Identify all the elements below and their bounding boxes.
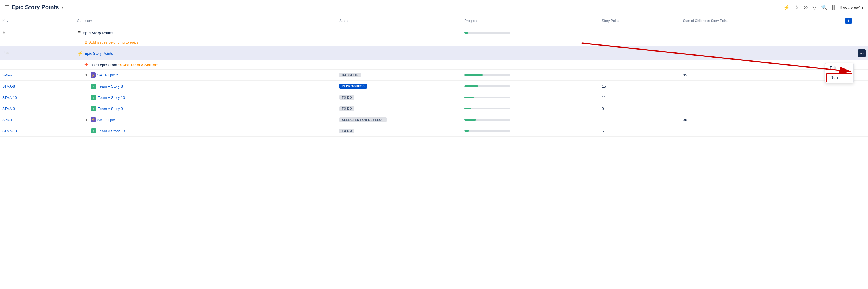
table-row: ✚ Insert epics from "SAFe Team A Scrum" — [0, 60, 868, 70]
team-a-story-8-link[interactable]: Team A Story 8 — [98, 84, 123, 89]
key-cell: STMA-9 — [0, 103, 75, 114]
status-cell — [337, 60, 462, 70]
sp-cell — [599, 70, 681, 81]
add-issues-container: ⊕ Add issues belonging to epics — [78, 40, 335, 44]
drag-icon: ⠿ — [2, 51, 5, 56]
team-a-story-13-link[interactable]: Team A Story 13 — [98, 129, 125, 133]
view-label[interactable]: Basic view* ▾ — [840, 5, 863, 10]
status-badge-selected: SELECTED FOR DEVELO... — [339, 118, 387, 122]
progress-bar-fill — [464, 97, 473, 98]
search-icon[interactable]: 🔍 — [821, 4, 827, 10]
safe-epic-1-link[interactable]: SAFe Epic 1 — [97, 118, 118, 122]
context-menu: Edit Run — [825, 63, 854, 83]
key-link-spr2[interactable]: SPR-2 — [2, 73, 12, 77]
progress-bar — [464, 130, 510, 132]
progress-cell — [462, 125, 599, 137]
action-cell — [843, 38, 868, 46]
key-cell: STMA-8 — [0, 81, 75, 92]
status-badge-todo: TO DO — [339, 129, 354, 133]
status-cell — [337, 27, 462, 38]
csp-cell — [681, 46, 843, 60]
key-cell: SPR-1 — [0, 114, 75, 125]
table-row: SPR-1 ▼ ⚡ SAFe Epic 1 SELECTED FOR DEVEL… — [0, 114, 868, 125]
status-cell: TO DO — [337, 103, 462, 114]
summary-content: ↑ Team A Story 8 — [78, 84, 335, 89]
context-menu-edit[interactable]: Edit — [825, 63, 854, 72]
col-header-status: Status — [337, 15, 462, 27]
summary-cell: ✚ Insert epics from "SAFe Team A Scrum" — [75, 60, 337, 70]
summary-content: ↑ Team A Story 9 — [78, 106, 335, 111]
context-menu-run[interactable]: Run — [827, 73, 852, 82]
progress-bar-fill — [464, 130, 469, 132]
insert-epics-container: ✚ Insert epics from "SAFe Team A Scrum" — [78, 62, 335, 68]
sp-cell — [599, 27, 681, 38]
epic-header-title: Epic Story Points — [83, 31, 114, 35]
status-badge-todo: TO DO — [339, 95, 354, 100]
sp-cell: 11 — [599, 92, 681, 103]
key-cell — [0, 60, 75, 70]
summary-cell: ☰ Epic Story Points — [75, 27, 337, 38]
summary-content: ⚡ Epic Story Points — [78, 51, 335, 56]
status-cell: IN PROGRESS — [337, 81, 462, 92]
sp-cell — [599, 38, 681, 46]
status-cell: TO DO — [337, 125, 462, 137]
csp-value: 35 — [683, 73, 687, 77]
summary-cell: ▼ ⚡ SAFe Epic 1 — [75, 114, 337, 125]
table-header-row: Key Summary Status Progress Story Points — [0, 15, 868, 27]
insert-epics-link[interactable]: "SAFe Team A Scrum" — [118, 63, 158, 67]
key-cell: ✱ — [0, 27, 75, 38]
key-cell: SPR-2 — [0, 70, 75, 81]
summary-content: ▼ ⚡ SAFe Epic 1 — [78, 117, 335, 122]
add-column-button[interactable]: + — [845, 18, 852, 24]
sp-value: 15 — [602, 84, 606, 89]
header-right: ⚡ ☆ ⊛ ▽ 🔍 ||| Basic view* ▾ — [783, 4, 863, 10]
columns-icon[interactable]: ||| — [832, 4, 835, 10]
expand-arrow[interactable]: ▼ — [84, 73, 89, 77]
table-row: STMA-9 ↑ Team A Story 9 TO DO — [0, 103, 868, 114]
story-icon: ↑ — [91, 95, 96, 100]
three-dots-button[interactable]: ⋯ — [858, 49, 866, 57]
csp-value: 30 — [683, 118, 687, 122]
team-a-story-9-link[interactable]: Team A Story 9 — [98, 106, 123, 111]
filter-icon[interactable]: ▽ — [812, 4, 816, 10]
link-icon: ⊕ — [84, 40, 88, 44]
action-cell — [843, 125, 868, 137]
sp-cell — [599, 114, 681, 125]
key-link-stma9[interactable]: STMA-9 — [2, 107, 15, 111]
table-row: ⠿ ⚡ Epic Story Points — [0, 46, 868, 60]
bolt-icon[interactable]: ⚡ — [783, 4, 790, 10]
table-row: ✱ ☰ Epic Story Points — [0, 27, 868, 38]
story-icon: ↑ — [91, 106, 96, 111]
progress-cell — [462, 81, 599, 92]
epic-item-link[interactable]: Epic Story Points — [85, 51, 113, 56]
progress-bar — [464, 97, 510, 98]
csp-cell — [681, 38, 843, 46]
expand-arrow[interactable]: ▼ — [84, 118, 89, 122]
csp-cell — [681, 81, 843, 92]
add-issues-link[interactable]: Add issues belonging to epics — [89, 40, 138, 44]
title-chevron[interactable]: ▾ — [61, 5, 63, 10]
progress-cell — [462, 38, 599, 46]
summary-cell: ↑ Team A Story 13 — [75, 125, 337, 137]
status-badge-todo: TO DO — [339, 106, 354, 111]
key-link-stma8[interactable]: STMA-8 — [2, 85, 15, 89]
team-a-story-10-link[interactable]: Team A Story 10 — [98, 95, 125, 100]
bolt-icon: ⚡ — [78, 51, 83, 56]
epic-icon: ⚡ — [91, 117, 96, 122]
key-link-spr1[interactable]: SPR-1 — [2, 118, 12, 122]
progress-cell — [462, 103, 599, 114]
progress-bar — [464, 85, 510, 87]
layers-icon[interactable]: ⊛ — [804, 4, 808, 10]
csp-cell: 35 — [681, 70, 843, 81]
key-link-stma13[interactable]: STMA-13 — [2, 129, 17, 133]
table-row: STMA-8 ↑ Team A Story 8 IN PROGRESS — [0, 81, 868, 92]
status-cell: SELECTED FOR DEVELO... — [337, 114, 462, 125]
action-cell — [843, 27, 868, 38]
key-link-stma10[interactable]: STMA-10 — [2, 96, 17, 100]
list-icon: ☰ — [5, 4, 9, 10]
safe-epic-2-link[interactable]: SAFe Epic 2 — [97, 73, 118, 77]
main-table: Key Summary Status Progress Story Points — [0, 15, 868, 137]
list-icon-small: ☰ — [78, 30, 81, 35]
star-icon[interactable]: ☆ — [795, 4, 799, 10]
action-cell — [843, 92, 868, 103]
